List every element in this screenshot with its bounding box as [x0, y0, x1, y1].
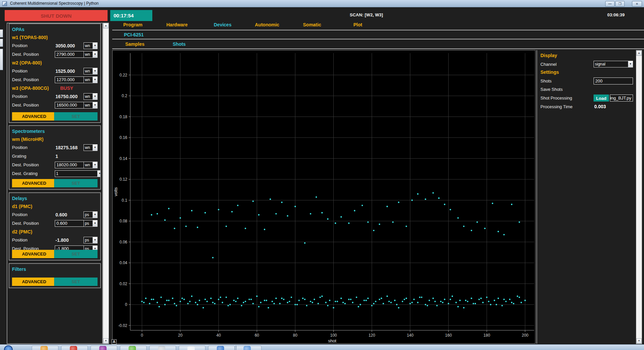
- right-panel-scrollbar[interactable]: ▲ ▼: [636, 50, 642, 344]
- load-button[interactable]: Load: [594, 95, 609, 102]
- tab-devices[interactable]: Devices: [214, 22, 231, 27]
- chevron-down-icon[interactable]: ▼: [628, 61, 633, 67]
- dest-position-input[interactable]: 18020.000: [55, 162, 87, 168]
- taskbar-separator: [236, 345, 237, 350]
- field-label: Position: [12, 237, 27, 242]
- chevron-down-icon[interactable]: ▼: [93, 43, 97, 49]
- unit-select[interactable]: ps▼: [84, 211, 98, 218]
- data-point: [168, 300, 169, 301]
- chevron-down-icon[interactable]: ▼: [93, 102, 97, 108]
- dest-position-input[interactable]: 1270.000: [55, 76, 87, 83]
- unit-select[interactable]: wn▼: [84, 42, 98, 49]
- scroll-up-icon[interactable]: ▲: [636, 50, 642, 56]
- advanced-button[interactable]: ADVANCED: [12, 179, 56, 187]
- data-point: [463, 307, 464, 308]
- data-point: [166, 300, 167, 301]
- grating-select[interactable]: 1▼: [55, 170, 101, 177]
- chevron-down-icon[interactable]: ▼: [93, 68, 97, 74]
- scroll-down-icon[interactable]: ▼: [636, 338, 642, 344]
- tab-program[interactable]: Program: [123, 22, 143, 27]
- field-row: Position16750.000wn▼: [11, 92, 98, 101]
- scroll-down-icon[interactable]: ▼: [103, 338, 109, 344]
- svg-text:0.1: 0.1: [122, 198, 127, 203]
- data-point: [350, 299, 351, 300]
- field-row: Dest. Position0.600ps▼: [11, 219, 98, 228]
- chevron-down-icon[interactable]: ▼: [93, 237, 97, 243]
- channel-select[interactable]: signal ▼: [594, 61, 633, 67]
- minimize-button[interactable]: —: [605, 1, 615, 7]
- data-point: [212, 257, 213, 258]
- unit-select[interactable]: wn▼: [84, 144, 98, 151]
- tab-samples[interactable]: Samples: [125, 41, 145, 47]
- unit-select[interactable]: ps▼: [84, 220, 98, 227]
- unit-select[interactable]: wn▼: [84, 102, 98, 109]
- tab-plot[interactable]: Plot: [353, 22, 362, 27]
- set-button[interactable]: SET: [54, 250, 98, 258]
- chevron-down-icon[interactable]: ▼: [93, 145, 97, 151]
- data-point: [227, 305, 229, 306]
- autoscale-button[interactable]: A: [112, 339, 117, 344]
- chevron-down-icon[interactable]: ▼: [93, 212, 97, 218]
- tab-shots[interactable]: Shots: [173, 41, 186, 47]
- shots-input[interactable]: 200: [594, 77, 633, 84]
- chevron-down-icon[interactable]: ▼: [93, 51, 97, 57]
- dest-position-input[interactable]: 0.600: [55, 220, 87, 227]
- tab-hardware[interactable]: Hardware: [166, 22, 188, 27]
- data-point: [361, 205, 363, 206]
- data-point: [398, 307, 399, 308]
- chevron-down-icon[interactable]: ▼: [97, 171, 101, 177]
- chevron-down-icon[interactable]: ▼: [93, 162, 97, 168]
- sidebar-scrollbar[interactable]: ▲ ▼: [103, 23, 109, 344]
- unit-select[interactable]: wn▼: [84, 76, 98, 83]
- data-point: [411, 302, 413, 303]
- data-point: [484, 228, 485, 229]
- unit-select[interactable]: wn▼: [84, 51, 98, 58]
- svg-text:180: 180: [483, 333, 490, 338]
- unit-select[interactable]: wn▼: [84, 162, 98, 168]
- svg-text:0.22: 0.22: [120, 73, 128, 77]
- close-button[interactable]: ✕: [632, 1, 642, 7]
- set-button[interactable]: SET: [54, 112, 98, 121]
- data-point: [335, 222, 336, 224]
- data-point: [229, 304, 231, 305]
- advanced-button[interactable]: ADVANCED: [12, 112, 56, 121]
- restore-button[interactable]: ❐: [615, 1, 625, 7]
- dest-position-input[interactable]: 16500.000: [55, 102, 87, 109]
- set-button[interactable]: SET: [54, 278, 98, 286]
- unit-select[interactable]: wn▼: [84, 93, 98, 100]
- unit-select-value: ps: [84, 220, 93, 226]
- shutdown-button[interactable]: SHUT DOWN: [5, 10, 108, 21]
- data-point: [197, 304, 198, 305]
- data-point: [517, 296, 518, 297]
- data-point: [360, 304, 361, 305]
- data-point: [302, 298, 304, 299]
- data-point: [291, 297, 292, 298]
- data-point: [503, 299, 505, 300]
- svg-text:120: 120: [368, 333, 375, 338]
- tab-pci-6251[interactable]: PCI-6251: [124, 32, 144, 37]
- unit-select[interactable]: ps▼: [84, 237, 98, 243]
- svg-text:0.18: 0.18: [120, 115, 128, 119]
- tab-autonomic[interactable]: Autonomic: [255, 22, 279, 27]
- tab-somatic[interactable]: Somatic: [303, 22, 321, 27]
- data-point: [524, 300, 526, 301]
- advanced-button[interactable]: ADVANCED: [12, 278, 56, 286]
- set-button[interactable]: SET: [54, 179, 98, 187]
- data-point: [295, 206, 296, 207]
- chevron-down-icon[interactable]: ▼: [93, 220, 97, 226]
- scroll-up-icon[interactable]: ▲: [103, 23, 109, 28]
- taskbar: [0, 344, 644, 350]
- field-row: Position-1.800ps▼: [11, 236, 98, 244]
- svg-text:100: 100: [330, 333, 337, 338]
- unit-select[interactable]: wn▼: [84, 68, 98, 74]
- group-title: Delays: [11, 194, 98, 202]
- chevron-down-icon[interactable]: ▼: [93, 94, 97, 100]
- svg-text:200: 200: [522, 333, 528, 338]
- data-point: [314, 299, 315, 300]
- chevron-down-icon[interactable]: ▼: [93, 77, 97, 83]
- advanced-button[interactable]: ADVANCED: [12, 250, 56, 258]
- start-orb-icon[interactable]: [4, 345, 13, 350]
- dest-position-input[interactable]: 2790.000: [55, 51, 87, 58]
- data-point: [312, 302, 313, 303]
- processing-file-input[interactable]: pping_BJT.py: [610, 95, 633, 102]
